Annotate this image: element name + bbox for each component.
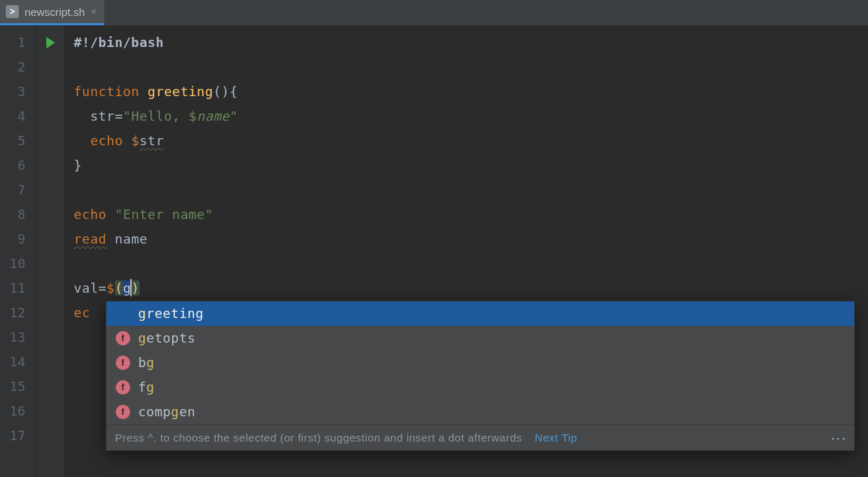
autocomplete-popup: greeting f getopts f bg f fg f compgen P… xyxy=(106,301,855,451)
completion-item-greeting[interactable]: greeting xyxy=(106,301,854,326)
fn-parens: (){ xyxy=(213,84,238,99)
kw-function: function xyxy=(74,84,140,99)
line-number[interactable]: 8 xyxy=(0,202,35,227)
kw-echo-partial: ec xyxy=(74,305,90,320)
code-editor[interactable]: #!/bin/bash function greeting(){ str="He… xyxy=(65,26,868,477)
kw-echo: echo xyxy=(90,133,123,148)
line-number[interactable]: 3 xyxy=(0,80,35,104)
text-caret xyxy=(130,279,132,296)
completion-item-compgen[interactable]: f compgen xyxy=(106,400,854,424)
line-number[interactable]: 10 xyxy=(0,252,35,276)
close-paren: ) xyxy=(131,280,139,296)
fn-name: greeting xyxy=(148,84,213,99)
tab-newscript[interactable]: newscript.sh × xyxy=(0,0,104,25)
completion-item-bg[interactable]: f bg xyxy=(106,351,854,375)
next-tip-link[interactable]: Next Tip xyxy=(535,431,577,444)
kw-read: read xyxy=(74,231,106,246)
function-badge-icon: f xyxy=(116,405,130,419)
line-number[interactable]: 5 xyxy=(0,129,35,153)
close-brace: } xyxy=(74,158,82,173)
run-gutter xyxy=(36,26,65,477)
var-ref-str: str xyxy=(140,133,164,148)
line-number[interactable]: 15 xyxy=(0,374,35,399)
line-number[interactable]: 9 xyxy=(0,227,35,252)
line-number[interactable]: 7 xyxy=(0,178,35,202)
var-str: str xyxy=(90,108,115,124)
shebang: #!/bin/bash xyxy=(74,35,164,50)
line-number[interactable]: 4 xyxy=(0,104,35,129)
var-name: name xyxy=(115,231,148,246)
string-literal: "Enter name" xyxy=(115,207,213,222)
completion-hint-bar: Press ^. to choose the selected (or firs… xyxy=(106,424,854,450)
line-number[interactable]: 2 xyxy=(0,55,35,80)
kw-echo: echo xyxy=(74,207,106,222)
line-number-gutter: 1 2 3 4 5 6 7 8 9 10 11 12 13 14 15 16 1… xyxy=(0,26,36,477)
line-number[interactable]: 12 xyxy=(0,301,35,325)
line-number[interactable]: 11 xyxy=(0,276,35,301)
tab-filename: newscript.sh xyxy=(25,6,85,18)
open-paren: ( xyxy=(115,280,123,296)
close-icon[interactable]: × xyxy=(90,6,96,17)
function-badge-icon: f xyxy=(116,356,130,370)
hint-text: Press ^. to choose the selected (or firs… xyxy=(115,431,522,444)
line-number[interactable]: 13 xyxy=(0,325,35,350)
var-val: val xyxy=(74,280,98,296)
run-icon[interactable] xyxy=(46,37,55,48)
line-number[interactable]: 14 xyxy=(0,350,35,374)
shell-file-icon xyxy=(6,5,19,18)
completion-item-fg[interactable]: f fg xyxy=(106,375,854,400)
tab-bar: newscript.sh × xyxy=(0,0,868,26)
line-number[interactable]: 1 xyxy=(0,30,35,55)
line-number[interactable]: 17 xyxy=(0,424,35,448)
function-badge-icon: f xyxy=(116,331,130,345)
completion-item-getopts[interactable]: f getopts xyxy=(106,326,854,351)
editor-area: 1 2 3 4 5 6 7 8 9 10 11 12 13 14 15 16 1… xyxy=(0,26,868,477)
line-number[interactable]: 6 xyxy=(0,153,35,178)
function-badge-icon: f xyxy=(116,380,130,395)
line-number[interactable]: 16 xyxy=(0,399,35,424)
